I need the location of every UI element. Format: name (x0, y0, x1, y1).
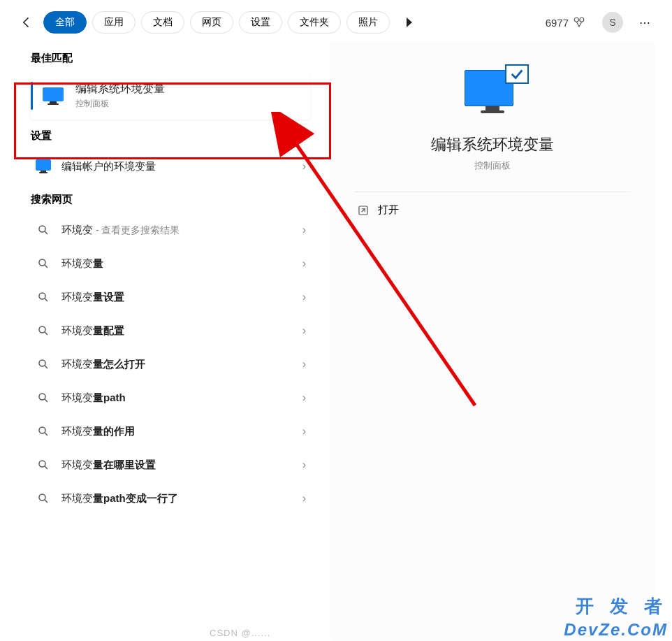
search-icon (35, 389, 52, 406)
web-result[interactable]: 环境变量path › (31, 381, 310, 415)
svg-line-17 (45, 466, 48, 469)
web-result[interactable]: 环境变量配置 › (31, 314, 310, 347)
user-avatar[interactable]: S (602, 12, 623, 33)
monitor-icon (35, 158, 52, 175)
best-match-title: 编辑系统环境变量 (75, 82, 165, 96)
best-match-result[interactable]: 编辑系统环境变量 控制面板 (31, 72, 310, 120)
search-icon (35, 423, 52, 440)
search-icon (35, 456, 52, 473)
web-result[interactable]: 环境变 - 查看更多搜索结果 › (31, 213, 310, 247)
svg-line-15 (45, 433, 48, 435)
open-label: 打开 (378, 203, 399, 217)
svg-line-7 (45, 298, 48, 301)
more-button[interactable]: ⋯ (636, 13, 655, 32)
chevron-right-icon: › (302, 425, 306, 438)
watermark-text-2: DevZe.CoM (564, 620, 668, 640)
points-value: 6977 (546, 17, 569, 29)
svg-point-1 (580, 17, 584, 22)
section-web: 搜索网页 (31, 193, 310, 206)
filter-tab-1[interactable]: 应用 (92, 11, 136, 34)
preview-app-icon (465, 70, 520, 119)
back-button[interactable] (17, 13, 36, 32)
svg-point-16 (39, 461, 45, 467)
svg-line-3 (45, 231, 48, 234)
web-result-label: 环境变 - 查看更多搜索结果 (61, 224, 293, 237)
chevron-right-icon: › (302, 358, 306, 370)
open-icon (357, 204, 370, 217)
web-result-label: 环境变量的作用 (61, 425, 293, 438)
search-icon (35, 255, 52, 272)
chevron-right-icon: › (302, 291, 306, 303)
svg-point-18 (39, 494, 45, 500)
chevron-right-icon: › (302, 257, 306, 270)
svg-point-6 (39, 293, 45, 299)
web-result-label: 环境变量path变成一行了 (61, 492, 293, 505)
svg-line-19 (45, 500, 48, 503)
watermark-csdn: CSDN @...... (210, 628, 270, 638)
filter-tab-3[interactable]: 网页 (190, 11, 233, 34)
open-action[interactable]: 打开 (354, 192, 631, 228)
svg-point-2 (39, 226, 45, 232)
web-result-label: 环境变量path (61, 391, 293, 405)
web-result-label: 环境变量配置 (61, 324, 293, 338)
svg-point-0 (574, 17, 578, 22)
svg-line-13 (45, 399, 48, 402)
settings-result-label: 编辑帐户的环境变量 (61, 160, 293, 173)
section-best-match: 最佳匹配 (31, 52, 310, 65)
preview-title: 编辑系统环境变量 (431, 134, 554, 155)
filter-tab-2[interactable]: 文档 (141, 11, 184, 34)
filter-tab-4[interactable]: 设置 (239, 11, 282, 34)
svg-point-14 (39, 427, 45, 433)
tabs-overflow-button[interactable] (401, 14, 418, 31)
monitor-check-icon (41, 83, 66, 108)
search-icon (35, 490, 52, 507)
svg-line-9 (45, 332, 48, 335)
web-result-label: 环境变量在哪里设置 (61, 459, 293, 472)
web-result[interactable]: 环境变量怎么打开 › (31, 347, 310, 381)
filter-tab-6[interactable]: 照片 (346, 11, 390, 34)
rewards-points[interactable]: 6977 (546, 16, 585, 29)
chevron-right-icon: › (302, 324, 306, 337)
web-result[interactable]: 环境变量 › (31, 247, 310, 280)
svg-point-8 (39, 326, 45, 333)
best-match-subtitle: 控制面板 (75, 98, 165, 110)
web-result[interactable]: 环境变量在哪里设置 › (31, 448, 310, 482)
web-result-label: 环境变量怎么打开 (61, 358, 293, 371)
svg-line-11 (45, 366, 48, 368)
watermark-text-1: 开 发 者 (576, 594, 668, 619)
web-result[interactable]: 环境变量设置 › (31, 280, 310, 314)
web-result-label: 环境变量设置 (61, 291, 293, 304)
chevron-right-icon: › (302, 459, 306, 471)
web-result-label: 环境变量 (61, 257, 293, 271)
web-result[interactable]: 环境变量的作用 › (31, 415, 310, 448)
search-icon (35, 356, 52, 373)
svg-line-5 (45, 265, 48, 268)
preview-pane: 编辑系统环境变量 控制面板 打开 (330, 42, 655, 641)
svg-point-10 (39, 360, 45, 366)
section-settings: 设置 (31, 129, 310, 143)
chevron-right-icon: › (302, 492, 306, 505)
filter-tab-5[interactable]: 文件夹 (288, 11, 341, 34)
header-bar: 全部应用文档网页设置文件夹照片 6977 S ⋯ (0, 0, 672, 42)
search-icon (35, 322, 52, 339)
chevron-right-icon: › (302, 391, 306, 404)
chevron-right-icon: › (302, 224, 306, 236)
search-icon (35, 289, 52, 305)
web-result[interactable]: 环境变量path变成一行了 › (31, 482, 310, 515)
svg-point-4 (39, 259, 45, 266)
chevron-right-icon: › (302, 160, 306, 173)
results-column: 最佳匹配 编辑系统环境变量 控制面板 设置 编辑帐户的环境变量 › 搜索网页 环… (31, 42, 310, 641)
settings-result[interactable]: 编辑帐户的环境变量 › (31, 150, 310, 183)
svg-point-12 (39, 394, 45, 400)
search-icon (35, 222, 52, 238)
preview-subtitle: 控制面板 (474, 159, 511, 172)
filter-tabs: 全部应用文档网页设置文件夹照片 (43, 11, 390, 34)
filter-tab-0[interactable]: 全部 (43, 11, 87, 34)
